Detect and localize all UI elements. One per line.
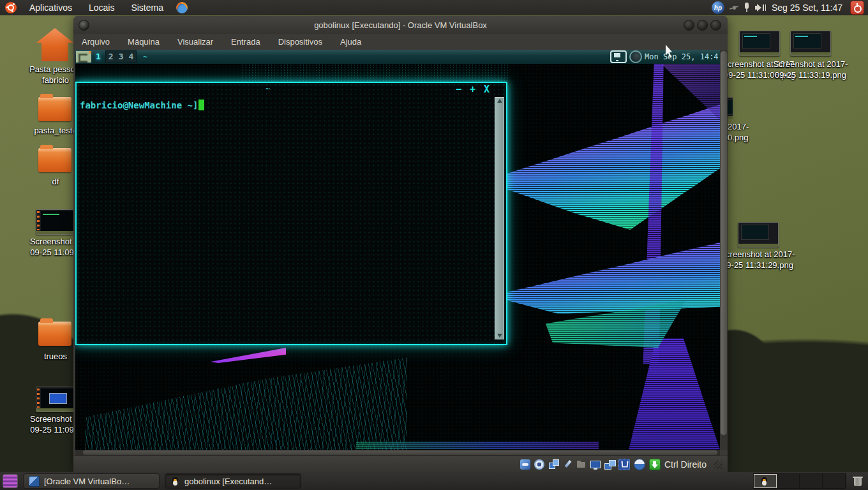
virtualbox-icon — [29, 476, 40, 487]
desktop-icon-home[interactable] — [36, 28, 73, 61]
desktop-icon-df[interactable] — [38, 148, 71, 172]
desktop-icon-screenshot-6[interactable] — [738, 222, 779, 248]
virtualbox-titlebar[interactable]: gobolinux [Executando] - Oracle VM Virtu… — [73, 16, 728, 34]
host-top-panel: Aplicativos Locais Sistema hp Seg 25 Set… — [0, 0, 868, 15]
mouse-integration-icon[interactable] — [634, 459, 645, 470]
vm-knob-icon[interactable] — [629, 50, 642, 63]
vm-horizontal-scrollbar[interactable] — [75, 450, 720, 456]
keyboard-capture-icon[interactable] — [649, 459, 661, 470]
desktop-icon-pasta-teste[interactable] — [38, 97, 71, 121]
vm-workspace-2[interactable]: 2 — [106, 51, 116, 63]
terminal-scrollbar[interactable] — [495, 97, 504, 339]
vm-workspace-1[interactable]: 1 — [93, 51, 103, 63]
maximize-button[interactable] — [697, 20, 708, 31]
workspace-1[interactable] — [754, 474, 777, 488]
menu-locais[interactable]: Locais — [85, 1, 118, 14]
workspace-2[interactable] — [777, 474, 800, 488]
desktop-icon-screenshot-4[interactable] — [790, 31, 831, 56]
usb-icon[interactable] — [562, 459, 572, 470]
scroll-up-icon[interactable] — [497, 99, 502, 103]
optical-drive-icon[interactable] — [534, 459, 544, 470]
workspace-4[interactable] — [823, 474, 846, 488]
menu-arquivo[interactable]: Arquivo — [82, 37, 110, 47]
desktop-icon-screenshot-2[interactable] — [36, 387, 77, 412]
minimize-button[interactable] — [684, 20, 694, 31]
terminal-maximize-button[interactable]: + — [470, 84, 475, 94]
menu-aplicativos[interactable]: Aplicativos — [26, 1, 76, 14]
terminal-close-button[interactable]: X — [484, 84, 490, 94]
vm-workspace-box: 2 3 4 — [105, 50, 137, 63]
menu-ajuda[interactable]: Ajuda — [340, 37, 361, 47]
display-icon[interactable] — [590, 459, 601, 470]
menu-maquina[interactable]: Máquina — [128, 37, 160, 47]
tux-icon — [170, 476, 180, 486]
terminal-window[interactable]: ~ − + X fabricio@NewMachine ~] — [75, 82, 507, 345]
microphone-tray-icon[interactable] — [744, 3, 750, 13]
desktop-icon-screenshot-1[interactable] — [36, 209, 77, 235]
neon-purple-shape — [629, 338, 720, 450]
workspace-3[interactable] — [800, 474, 823, 488]
menu-dispositivos[interactable]: Dispositivos — [278, 37, 322, 47]
screenshot-thumbnail — [36, 209, 77, 235]
taskbar-item-virtualbox-manager[interactable]: [Oracle VM VirtualBo… — [23, 473, 160, 489]
terminal-prompt: fabricio@NewMachine ~] — [80, 100, 198, 110]
ubuntu-logo-icon[interactable] — [5, 2, 17, 13]
vm-clock[interactable]: Mon Sep 25, 14:4 — [645, 52, 720, 61]
virtualbox-statusbar: Ctrl Direito — [73, 456, 728, 473]
vm-tray: Mon Sep 25, 14:4 — [610, 50, 720, 63]
virtual-screens-icon[interactable] — [604, 459, 615, 470]
plug-tray-icon[interactable] — [730, 4, 738, 11]
screenshot-thumbnail — [36, 387, 77, 412]
power-button-icon[interactable] — [850, 1, 864, 15]
host-clock[interactable]: Seg 25 Set, 11:47 — [772, 3, 842, 13]
vm-window-label[interactable]: ~ — [143, 53, 147, 61]
menu-sistema[interactable]: Sistema — [127, 1, 167, 14]
window-controls — [684, 20, 728, 31]
desktop-icon-trueos[interactable] — [38, 322, 71, 346]
vm-workspace-3[interactable]: 3 — [116, 51, 126, 63]
neon-bottom-strip — [356, 442, 599, 449]
desktop-label-screenshot-4: Screenshot at 2017- 09-25 11:33:19.png — [763, 59, 858, 80]
virtualbox-window: gobolinux [Executando] - Oracle VM Virtu… — [73, 16, 728, 472]
vm-top-panel: 1 2 3 4 ~ Mon Sep 25, 14:4 — [75, 50, 720, 64]
screenshot-thumbnail — [738, 222, 779, 248]
terminal-cursor — [198, 100, 204, 110]
close-button[interactable] — [710, 20, 721, 31]
terminal-prompt-line[interactable]: fabricio@NewMachine ~] — [80, 100, 204, 110]
host-key-label: Ctrl Direito — [664, 459, 707, 470]
terminal-title: ~ — [266, 84, 270, 93]
screenshot-thumbnail — [739, 31, 780, 56]
vm-desktop[interactable]: ~ − + X fabricio@NewMachine ~] — [75, 64, 720, 450]
network-icon[interactable] — [548, 459, 558, 470]
vm-menu-logo-icon[interactable] — [76, 51, 91, 63]
neon-magenta-shape — [211, 348, 286, 363]
virtualbox-menubar: Arquivo Máquina Visualizar Entrada Dispo… — [73, 34, 728, 50]
trash-icon[interactable] — [853, 475, 863, 487]
folder-icon — [38, 148, 71, 172]
desktop-icon-screenshot-3[interactable] — [739, 31, 780, 56]
desktop-label-screenshot-5: 2017- 0.png — [728, 121, 772, 143]
scroll-down-icon[interactable] — [497, 334, 502, 338]
features-icon[interactable] — [618, 459, 630, 470]
show-desktop-icon[interactable] — [3, 474, 18, 488]
taskbar-item-gobolinux-vm[interactable]: gobolinux [Executand… — [165, 473, 301, 489]
menu-visualizar[interactable]: Visualizar — [177, 37, 213, 47]
vm-vertical-scrollbar[interactable] — [720, 50, 728, 450]
vm-display-icon[interactable] — [610, 50, 627, 63]
firefox-icon[interactable] — [176, 2, 188, 13]
host-taskbar: [Oracle VM VirtualBo… gobolinux [Executa… — [0, 472, 868, 490]
folder-icon — [38, 97, 71, 121]
hard-disk-icon[interactable] — [520, 459, 530, 470]
shared-folders-icon[interactable] — [576, 459, 587, 470]
resize-grip[interactable] — [714, 461, 722, 469]
window-title: gobolinux [Executando] - Oracle VM Virtu… — [73, 20, 728, 30]
hp-tray-icon[interactable]: hp — [712, 1, 724, 14]
terminal-minimize-button[interactable]: − — [456, 84, 461, 94]
neon-dot-texture — [241, 64, 509, 81]
neon-wedge-shape — [490, 242, 720, 314]
vm-workspace-4[interactable]: 4 — [126, 51, 136, 63]
folder-icon — [38, 322, 71, 346]
menu-entrada[interactable]: Entrada — [231, 37, 260, 47]
volume-tray-icon[interactable] — [755, 3, 767, 12]
vm-screen[interactable]: 1 2 3 4 ~ Mon Sep 25, 14:4 — [75, 50, 720, 450]
